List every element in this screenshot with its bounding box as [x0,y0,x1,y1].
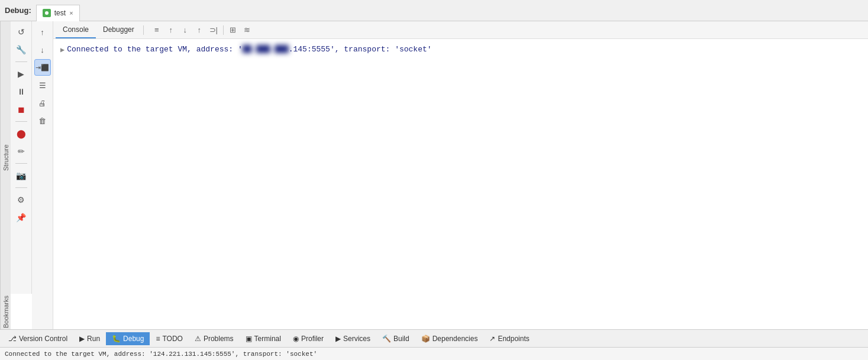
edit-icon[interactable]: ✏ [13,143,30,160]
tab-debug[interactable]: 🐛 Debug [106,332,150,345]
tab-version-control[interactable]: ⎇ Version Control [2,332,73,345]
console-filter-btn[interactable]: ⊃| [207,24,220,37]
console-menu-btn[interactable]: ≡ [150,24,163,37]
breakpoint-icon[interactable]: ⬤ [13,125,30,142]
problems-label: Problems [204,335,234,343]
sidebar-divider-4 [15,187,27,188]
inner-toolbar: ↑ ↓ ⇥⬛ ☰ 🖨 🗑 [32,21,53,329]
debug-tab-label: Debug [123,335,144,343]
profiler-label: Profiler [301,335,324,343]
problems-icon: ⚠ [195,335,201,343]
debug-icon: 🐛 [112,335,121,343]
tab-services[interactable]: ▶ Services [330,332,376,345]
tab-problems[interactable]: ⚠ Problems [189,332,240,345]
tab-console[interactable]: Console [56,21,96,38]
wrap-text-icon[interactable]: ⇥⬛ [34,59,51,76]
console-format-btn[interactable]: ≋ [241,24,254,37]
debug-tab-bar: Debug: test × [0,0,868,21]
console-scroll-down-btn[interactable]: ↓ [179,24,192,37]
dependencies-label: Dependencies [433,335,478,343]
tab-terminal[interactable]: ▣ Terminal [240,332,287,345]
build-label: Build [393,335,409,343]
tab-todo[interactable]: ≡ TODO [150,332,188,345]
debug-session-tab[interactable]: test × [36,5,80,21]
tab-debugger[interactable]: Debugger [96,21,141,38]
build-icon: 🔨 [382,335,391,343]
console-message-text: Connected to the target VM, address: '██… [67,44,431,56]
console-table-btn[interactable]: ⊞ [227,24,240,37]
toolbar-separator-2 [223,25,224,35]
endpoints-icon: ↗ [489,335,495,343]
sidebar-divider-3 [15,163,27,164]
message-part2: .145:5555', transport: 'socket' [289,45,432,54]
tab-dependencies[interactable]: 📦 Dependencies [415,332,484,345]
tab-session-icon [43,9,51,17]
message-part1: Connected to the target VM, address: ' [67,45,242,54]
refresh-icon[interactable]: ↺ [13,24,30,40]
profiler-icon: ◉ [293,335,299,343]
console-tabs-bar: Console Debugger ≡ ↑ ↓ ↑ ⊃| ⊞ ≋ [53,21,868,39]
sidebar-divider-2 [15,121,27,122]
outer-left-panel: Structure ↺ 🔧 ▶ ⏸ ◼ ⬤ ✏ 📷 ⚙ 📌 Bookmar [0,21,32,329]
services-label: Services [343,335,370,343]
bottom-toolbar: ⎇ Version Control ▶ Run 🐛 Debug ≡ TODO ⚠… [0,329,868,347]
tab-session-name: test [54,9,66,17]
terminal-icon: ▣ [246,335,252,343]
services-icon: ▶ [335,335,341,343]
dependencies-icon: 📦 [421,335,430,343]
version-control-label: Version Control [19,335,67,343]
message-arrow: ▶ [60,45,64,56]
run-icon: ▶ [79,335,85,343]
toolbar-separator-1 [143,25,144,35]
debug-main-area: Structure ↺ 🔧 ▶ ⏸ ◼ ⬤ ✏ 📷 ⚙ 📌 Bookmar [0,21,868,329]
status-bar: Connected to the target VM, address: '12… [0,347,868,360]
console-output: ▶ Connected to the target VM, address: '… [53,39,868,329]
pin-icon[interactable]: 📌 [13,209,30,226]
version-control-icon: ⎇ [8,335,17,343]
todo-icon: ≡ [156,335,160,343]
sidebar-divider-1 [15,61,27,62]
scroll-up-icon[interactable]: ↑ [34,24,51,40]
settings-icon[interactable]: ⚙ [13,192,30,208]
console-scroll-up-btn[interactable]: ↑ [164,24,178,37]
bookmarks-label: Bookmarks [0,294,11,329]
status-message: Connected to the target VM, address: '12… [5,351,317,358]
close-tab-button[interactable]: × [69,9,73,17]
console-message-row: ▶ Connected to the target VM, address: '… [60,44,861,56]
terminal-label: Terminal [254,335,281,343]
tab-build[interactable]: 🔨 Build [376,332,415,345]
scroll-down-icon[interactable]: ↓ [34,41,51,58]
endpoints-label: Endpoints [498,335,529,343]
tab-endpoints[interactable]: ↗ Endpoints [483,332,535,345]
list-icon[interactable]: ☰ [34,77,51,93]
resume-icon[interactable]: ▶ [13,66,30,82]
structure-label: Structure [0,21,11,294]
run-label: Run [87,335,100,343]
pause-icon[interactable]: ⏸ [13,83,30,100]
print-icon[interactable]: 🖨 [34,95,51,111]
left-sidebar: ↺ 🔧 ▶ ⏸ ◼ ⬤ ✏ 📷 ⚙ 📌 [11,21,32,294]
console-up-btn[interactable]: ↑ [193,24,206,37]
wrench-icon[interactable]: 🔧 [13,41,30,58]
todo-label: TODO [162,335,182,343]
stop-icon[interactable]: ◼ [13,101,30,118]
delete-icon[interactable]: 🗑 [34,112,51,129]
content-area: Console Debugger ≡ ↑ ↓ ↑ ⊃| ⊞ ≋ ▶ C [53,21,868,329]
tab-profiler[interactable]: ◉ Profiler [287,332,330,345]
camera-icon[interactable]: 📷 [13,167,30,184]
tab-run[interactable]: ▶ Run [73,332,106,345]
debug-label: Debug: [5,6,31,15]
console-toolbar: ≡ ↑ ↓ ↑ ⊃| ⊞ ≋ [150,24,254,37]
blurred-ip: ██.███.███ [243,44,289,56]
